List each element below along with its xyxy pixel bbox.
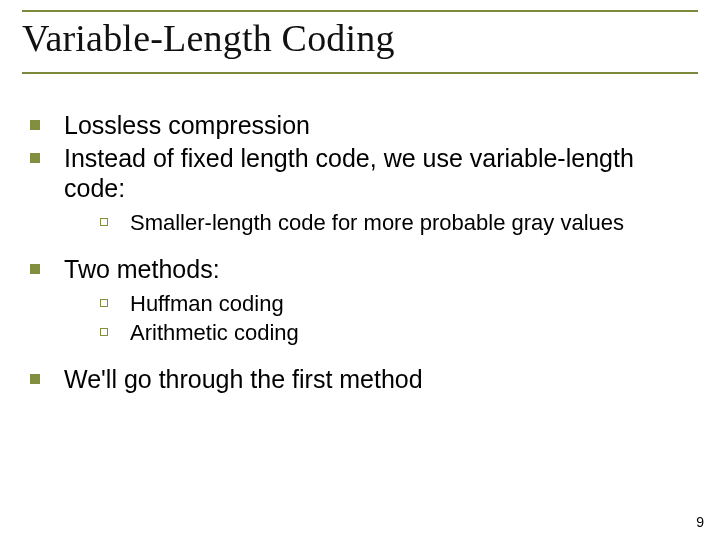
slide-title: Variable-Length Coding (22, 16, 698, 60)
sub-bullet-group: Huffman coding Arithmetic coding (22, 291, 698, 347)
bullet-level1: Two methods: (30, 254, 698, 285)
bullet-level1: We'll go through the first method (30, 364, 698, 395)
outline-square-bullet-icon (100, 320, 130, 347)
outline-square-bullet-icon (100, 210, 130, 237)
slide: Variable-Length Coding Lossless compress… (0, 0, 720, 540)
page-number: 9 (696, 514, 704, 530)
bullet-level1: Lossless compression (30, 110, 698, 141)
bullet-text: We'll go through the first method (64, 364, 698, 395)
bullet-text: Lossless compression (64, 110, 698, 141)
bullet-text: Instead of fixed length code, we use var… (64, 143, 698, 204)
bullet-level2: Smaller-length code for more probable gr… (100, 210, 698, 237)
title-rule-box: Variable-Length Coding (22, 10, 698, 74)
bullet-level2: Arithmetic coding (100, 320, 698, 347)
square-bullet-icon (30, 364, 64, 395)
sub-bullet-group: Smaller-length code for more probable gr… (22, 210, 698, 237)
square-bullet-icon (30, 254, 64, 285)
bullet-level2: Huffman coding (100, 291, 698, 318)
bullet-level1: Instead of fixed length code, we use var… (30, 143, 698, 204)
bullet-text: Two methods: (64, 254, 698, 285)
square-bullet-icon (30, 110, 64, 141)
bullet-text: Arithmetic coding (130, 320, 698, 347)
square-bullet-icon (30, 143, 64, 204)
bullet-text: Smaller-length code for more probable gr… (130, 210, 698, 237)
outline-square-bullet-icon (100, 291, 130, 318)
bullet-text: Huffman coding (130, 291, 698, 318)
slide-body: Lossless compression Instead of fixed le… (22, 110, 698, 395)
